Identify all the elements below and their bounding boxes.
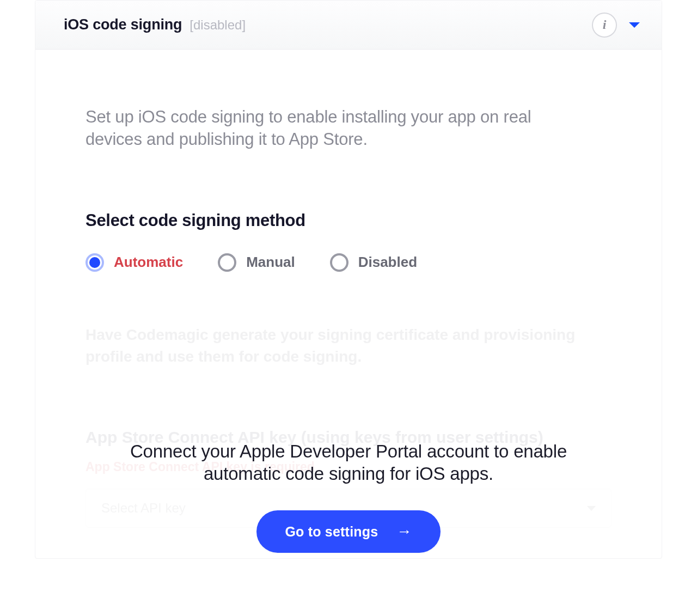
radio-icon <box>330 253 348 272</box>
method-section-title: Select code signing method <box>85 211 612 230</box>
panel-header: iOS code signing [disabled] i <box>35 1 662 50</box>
go-to-settings-button[interactable]: Go to settings → <box>256 510 440 553</box>
radio-icon <box>85 253 104 272</box>
header-left: iOS code signing [disabled] <box>64 16 246 33</box>
header-right: i <box>592 13 640 38</box>
cta-label: Go to settings <box>285 524 378 540</box>
info-icon[interactable]: i <box>592 13 617 38</box>
chevron-down-icon <box>587 506 596 511</box>
radio-disabled[interactable]: Disabled <box>330 253 417 272</box>
radio-label: Disabled <box>358 254 417 271</box>
radio-icon <box>218 253 236 272</box>
panel-title: iOS code signing <box>64 16 182 33</box>
code-signing-panel: iOS code signing [disabled] i Set up iOS… <box>35 0 662 559</box>
radio-manual[interactable]: Manual <box>218 253 295 272</box>
radio-automatic[interactable]: Automatic <box>85 253 183 272</box>
arrow-right-icon: → <box>396 523 412 540</box>
panel-status: [disabled] <box>189 17 246 33</box>
chevron-down-icon[interactable] <box>629 22 640 28</box>
panel-content: Set up iOS code signing to enable instal… <box>35 50 662 558</box>
radio-label: Manual <box>246 254 295 271</box>
method-radio-group: Automatic Manual Disabled <box>85 253 612 272</box>
dropdown-placeholder: Select API key <box>101 501 186 516</box>
intro-text: Set up iOS code signing to enable instal… <box>85 106 592 151</box>
connect-account-overlay: Connect your Apple Developer Portal acco… <box>35 440 662 558</box>
radio-label: Automatic <box>114 254 183 271</box>
overlay-message: Connect your Apple Developer Portal acco… <box>117 440 580 485</box>
auto-description: Have Codemagic generate your signing cer… <box>85 324 612 368</box>
